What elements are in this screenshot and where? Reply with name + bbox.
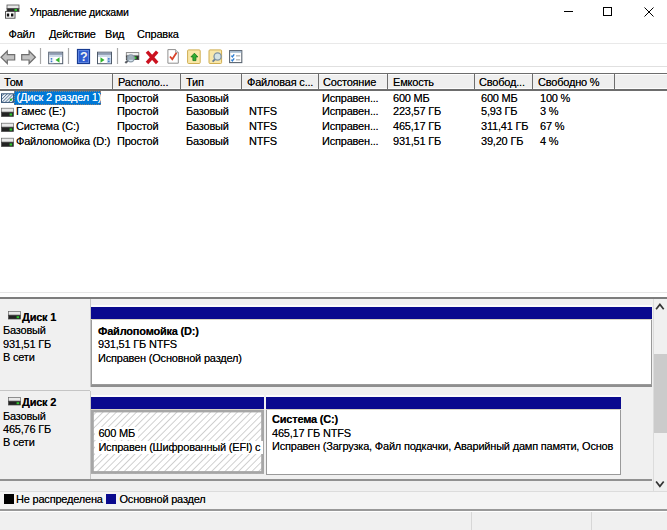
svg-text:?: ? [80,50,87,64]
